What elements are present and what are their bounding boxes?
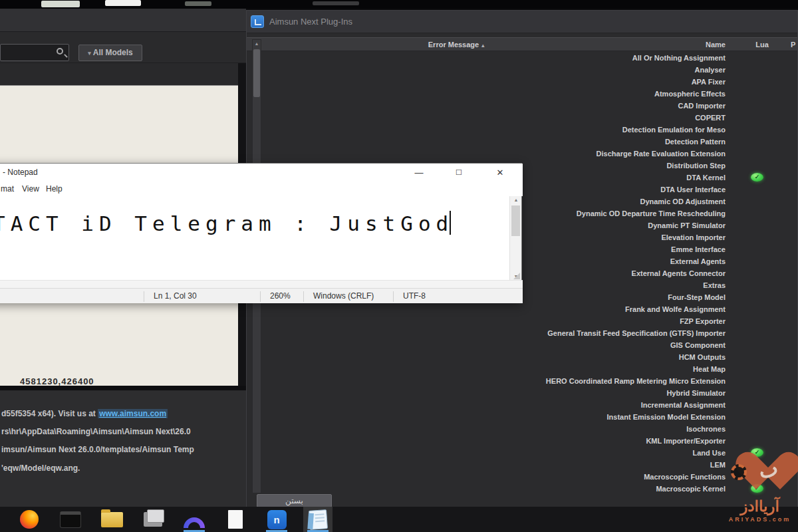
arc-browser-taskbar-button[interactable]: [180, 507, 209, 532]
plugins-titlebar[interactable]: Aimsun Next Plug-Ins: [247, 11, 798, 33]
plugin-name[interactable]: APA Fixer: [692, 78, 726, 86]
panel-separator: [0, 386, 246, 390]
plugin-name[interactable]: COPERT: [695, 114, 726, 122]
notepad-taskbar-button[interactable]: [303, 507, 332, 532]
all-models-dropdown[interactable]: ▾All Models: [78, 45, 142, 61]
plugin-row[interactable]: Macroscopic Kernel✓: [267, 483, 726, 495]
plugin-row[interactable]: HCM Outputs: [267, 351, 726, 363]
plugin-row[interactable]: Detection Pattern: [267, 136, 726, 148]
minimize-button[interactable]: —: [405, 164, 433, 182]
resize-grip[interactable]: [513, 273, 520, 279]
menu-help[interactable]: Help: [46, 184, 63, 194]
plugin-row[interactable]: Atmospheric Effects: [267, 88, 726, 100]
plugin-row[interactable]: Macroscopic Functions: [267, 471, 726, 483]
notepad-titlebar[interactable]: - Notepad — ☐ ✕: [0, 164, 523, 182]
aimsun-log-panel: d55f5354 x64). Visit us at www.aimsun.co…: [0, 390, 246, 507]
maximize-button[interactable]: ☐: [445, 164, 473, 182]
plugin-row[interactable]: Heat Map: [267, 363, 726, 375]
plugin-name[interactable]: General Transit Feed Specification (GTFS…: [547, 329, 726, 337]
folder-taskbar-button[interactable]: [97, 507, 126, 532]
plugin-name[interactable]: Instant Emission Model Extension: [607, 413, 726, 421]
column-name[interactable]: Name: [659, 41, 726, 49]
plugin-name[interactable]: Heat Map: [693, 365, 726, 373]
plugin-name[interactable]: External Agents Connector: [632, 269, 726, 277]
notepad-text-area[interactable]: TACT iD Telegram : JustGod: [0, 196, 509, 280]
plugin-name[interactable]: DTA Kernel: [686, 174, 726, 182]
plugin-row[interactable]: Analyser: [267, 64, 726, 76]
column-error-message[interactable]: Error Message▴: [400, 41, 513, 49]
plugin-name[interactable]: Dynamic PT Simulator: [648, 221, 726, 229]
terminal-taskbar-button[interactable]: [56, 507, 85, 532]
plugin-row[interactable]: Frank and Wolfe Assignment: [267, 303, 726, 315]
plugin-name[interactable]: FZP Exporter: [680, 317, 726, 325]
close-button[interactable]: بستن: [257, 494, 332, 507]
column-python-partial[interactable]: P: [791, 41, 798, 49]
plugin-name[interactable]: Dynamic OD Departure Time Rescheduling: [577, 209, 726, 217]
scrollbar-thumb[interactable]: [511, 205, 520, 236]
plugin-name[interactable]: DTA User Interface: [660, 186, 726, 194]
plugin-name[interactable]: KML Importer/Exporter: [646, 437, 726, 445]
status-cursor-position: Ln 1, Col 30: [144, 291, 260, 302]
notepad-hscrollbar[interactable]: [0, 280, 523, 288]
plugin-row[interactable]: APA Fixer: [267, 76, 726, 88]
plugin-row[interactable]: COPERT: [267, 112, 726, 124]
plugin-name[interactable]: Detection Emulation for Meso: [622, 126, 726, 134]
plugin-name[interactable]: Macroscopic Functions: [644, 473, 726, 481]
plugin-name[interactable]: Discharge Rate Evaluation Extension: [597, 150, 726, 158]
plugin-row[interactable]: Incremental Assignment: [267, 399, 726, 411]
chevron-down-icon: ▾: [88, 50, 91, 57]
plugin-name[interactable]: HCM Outputs: [679, 353, 726, 361]
plugin-name[interactable]: External Agents: [670, 257, 726, 265]
document-taskbar-button[interactable]: [221, 507, 250, 532]
plugin-name[interactable]: Land Use: [692, 449, 726, 457]
column-lua[interactable]: Lua: [749, 41, 775, 49]
plugin-row[interactable]: All Or Nothing Assignment: [267, 52, 726, 64]
aimsun-taskbar-button[interactable]: n: [262, 507, 291, 532]
plugin-row[interactable]: Instant Emission Model Extension: [267, 411, 726, 423]
plugin-name[interactable]: Incremental Assignment: [641, 401, 726, 409]
plugin-name[interactable]: Four-Step Model: [668, 293, 726, 301]
firefox-taskbar-button[interactable]: [15, 507, 44, 532]
plugin-row[interactable]: KML Importer/Exporter: [267, 435, 726, 447]
plugin-row[interactable]: Land Use✓: [267, 447, 726, 459]
plugin-row[interactable]: Discharge Rate Evaluation Extension: [267, 148, 726, 160]
status-zoom-level[interactable]: 260%: [260, 291, 303, 302]
plugin-name[interactable]: Macroscopic Kernel: [656, 485, 726, 493]
plugin-name[interactable]: CAD Importer: [678, 102, 726, 110]
plugin-name[interactable]: Detection Pattern: [665, 138, 726, 146]
notepad-vscrollbar[interactable]: ▲ ▼: [509, 196, 521, 280]
plugin-row[interactable]: GIS Component: [267, 339, 726, 351]
plugin-name[interactable]: Dynamic OD Adjustment: [640, 198, 726, 205]
plugin-row[interactable]: CAD Importer: [267, 100, 726, 112]
plugin-row[interactable]: General Transit Feed Specification (GTFS…: [267, 327, 726, 339]
plugin-row[interactable]: Hybrid Simulator: [267, 387, 726, 399]
plugin-name[interactable]: Frank and Wolfe Assignment: [625, 305, 726, 313]
plugin-name[interactable]: GIS Component: [670, 341, 726, 349]
aimsun-link[interactable]: www.aimsun.com: [98, 409, 168, 418]
plugin-row[interactable]: Isochrones: [267, 423, 726, 435]
plugin-name[interactable]: LEM: [710, 461, 726, 469]
plugin-row[interactable]: Detection Emulation for Meso: [267, 124, 726, 136]
plugin-name[interactable]: All Or Nothing Assignment: [632, 54, 726, 62]
plugin-row[interactable]: FZP Exporter: [267, 315, 726, 327]
plugin-name[interactable]: Distribution Step: [666, 162, 726, 170]
plugin-name[interactable]: Hybrid Simulator: [666, 389, 726, 397]
scrollbar-up-icon[interactable]: ▲: [510, 198, 522, 202]
menu-format-partial[interactable]: mat: [1, 184, 14, 194]
plugin-name[interactable]: Atmospheric Effects: [654, 90, 726, 98]
search-input[interactable]: [0, 44, 69, 61]
plugin-name[interactable]: Isochrones: [686, 425, 726, 433]
menu-view[interactable]: View: [22, 184, 39, 194]
close-icon[interactable]: ✕: [486, 164, 514, 182]
plugin-name[interactable]: Extras: [703, 281, 726, 289]
log-line: d55f5354 x64). Visit us at www.aimsun.co…: [1, 409, 246, 418]
plugin-row[interactable]: HERO Coordinated Ramp Metering Micro Ext…: [267, 375, 726, 387]
plugin-name[interactable]: Emme Interface: [671, 245, 726, 253]
plugin-name[interactable]: Analyser: [695, 66, 726, 74]
plugin-name[interactable]: HERO Coordinated Ramp Metering Micro Ext…: [546, 377, 726, 385]
plugin-name[interactable]: Elevation Importer: [661, 233, 726, 241]
windows-app-taskbar-button[interactable]: [138, 507, 168, 532]
scrollbar-thumb[interactable]: [253, 49, 260, 97]
plugin-row[interactable]: LEM: [267, 459, 726, 471]
scrollbar-up-icon[interactable]: ▲: [253, 41, 260, 46]
